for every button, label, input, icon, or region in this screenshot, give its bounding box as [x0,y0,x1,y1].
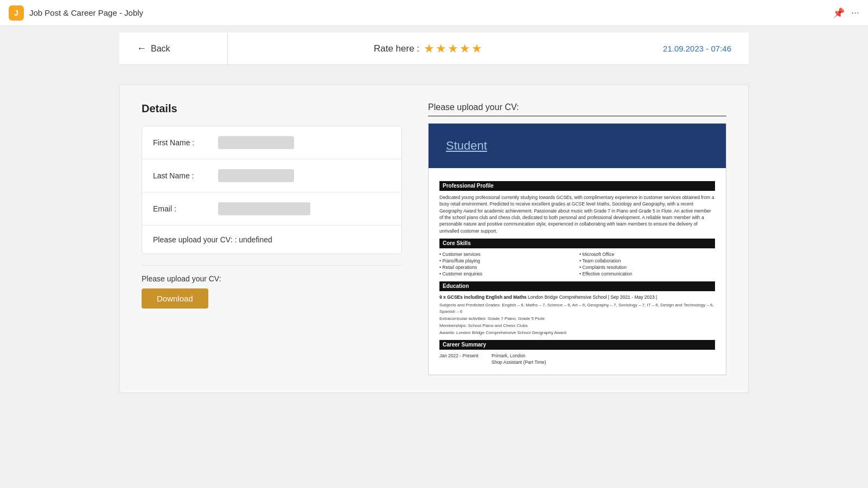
header-nav: ← Back Rate here : ★★★★★ 21.09.2023 - 07… [119,33,749,65]
email-row: Email : [142,192,401,226]
left-panel: Details First Name : Last Name : Email : [142,102,402,375]
rate-section: Rate here : ★★★★★ [228,33,629,65]
skills-left-col: Customer services Piano/flute playing Re… [439,252,575,278]
form-card: First Name : Last Name : Email : Please … [142,126,402,254]
cv-student-name[interactable]: Student [446,139,487,152]
cv-header-block: Student [429,124,726,168]
core-skills-heading: Core Skills [439,239,715,248]
skill-item: Effective communication [579,271,715,278]
skills-right-col: Microsoft Office Team collaboration Comp… [579,252,715,278]
cv-right-heading: Please upload your CV: [428,102,726,117]
career-date: Jan 2022 - Present [439,353,483,366]
cv-body: Professional Profile Dedicated young pro… [429,168,726,375]
skill-item: Complaints resolution [579,265,715,271]
last-name-input[interactable] [218,169,294,182]
professional-profile-text: Dedicated young professional currently s… [439,194,715,234]
skill-item: Customer enquiries [439,271,575,278]
skill-item: Microsoft Office [579,252,715,258]
skills-grid: Customer services Piano/flute playing Re… [439,252,715,278]
back-button[interactable]: ← Back [119,33,228,65]
edu-extra: Extracurricular activities: Grade 7 Pian… [439,316,715,322]
back-label: Back [151,44,170,54]
education-heading: Education [439,281,715,291]
section-title: Details [142,102,402,115]
back-arrow-icon: ← [137,43,146,54]
education-item: 9 x GCSEs including English and Maths Lo… [439,294,715,336]
career-company: Primark, London Shop Assistant (Part Tim… [492,353,546,366]
cv-download-section: Please upload your CV: Download [142,265,402,309]
skill-item: Customer services [439,252,575,258]
last-name-label: Last Name : [153,171,218,180]
edu-awards: Awards: London Bridge Comprehensive Scho… [439,330,715,336]
first-name-row: First Name : [142,126,401,159]
skill-item: Piano/flute playing [439,258,575,265]
app-logo: J [9,5,24,21]
career-row: Jan 2022 - Present Primark, London Shop … [439,353,715,366]
career-heading: Career Summary [439,340,715,350]
email-label: Email : [153,204,218,213]
more-icon[interactable]: ··· [851,7,859,18]
edu-memberships: Memberships: School Piano and Chess Club… [439,323,715,329]
cv-preview: Student Professional Profile Dedicated y… [428,123,726,375]
professional-profile-heading: Professional Profile [439,181,715,191]
top-bar: J Job Post & Career Page - Jobly 📌 ··· [0,0,868,26]
edu-subjects: Subjects and Predicted Grades: English –… [439,302,715,314]
cv-status-row: Please upload your CV: : undefined [142,226,401,254]
right-panel: Please upload your CV: Student Professio… [428,102,726,375]
first-name-label: First Name : [153,138,218,147]
download-button[interactable]: Download [142,288,208,309]
app-title: Job Post & Career Page - Jobly [29,8,833,17]
skill-item: Team collaboration [579,258,715,265]
submission-date: 21.09.2023 - 07:46 [629,33,749,65]
edu-school: London Bridge Comprehensive School | Sep… [528,294,657,300]
first-name-input[interactable] [218,136,294,149]
last-name-row: Last Name : [142,159,401,192]
edu-title: 9 x GCSEs including English and Maths Lo… [439,294,715,301]
top-bar-actions: 📌 ··· [833,7,859,19]
cv-status-text: Please upload your CV: : undefined [153,235,272,244]
pin-icon[interactable]: 📌 [833,7,845,19]
rate-label: Rate here : [374,43,419,54]
cv-upload-label: Please upload your CV: [142,274,402,283]
star-rating[interactable]: ★★★★★ [424,42,483,56]
skill-item: Retail operations [439,265,575,271]
main-container: Details First Name : Last Name : Email : [119,85,749,393]
email-input[interactable] [218,202,310,215]
